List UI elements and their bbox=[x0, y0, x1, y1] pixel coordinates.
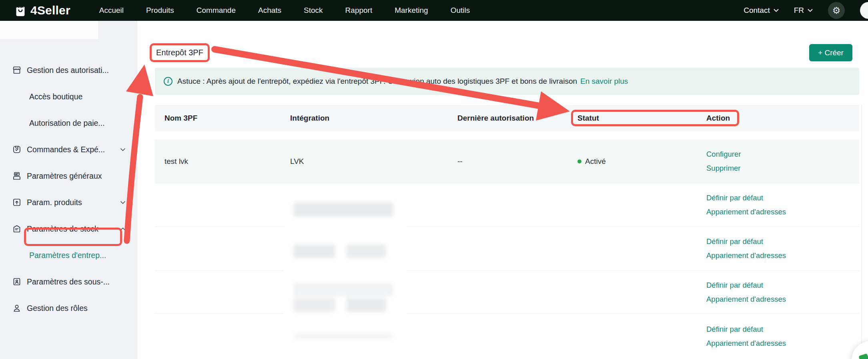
blurred-text-block bbox=[346, 244, 386, 258]
address-mapping-link[interactable]: Appariement d'adresses bbox=[706, 295, 786, 304]
cell-nom-3pf: test lvk bbox=[164, 157, 290, 166]
status-badge: Activé bbox=[577, 157, 706, 166]
info-icon: i bbox=[164, 77, 172, 86]
sidebar-item-parametres-generaux[interactable]: Paramètres généraux bbox=[0, 163, 137, 189]
nav-right-cluster: Contact FR ⚙ bbox=[744, 2, 865, 19]
blurred-text-block bbox=[293, 333, 393, 339]
sidebar-item-autorisation-paiement[interactable]: Autorisation de paie... bbox=[0, 110, 137, 136]
sidebar-item-commandes-expeditions[interactable]: Commandes & Expé... bbox=[0, 136, 137, 163]
top-navigation-bar: 4Seller Accueil Produits Commande Achats… bbox=[0, 0, 868, 21]
sidebar-item-label: Gestion des autorisati... bbox=[27, 66, 109, 75]
avatar[interactable] bbox=[860, 2, 868, 19]
cell-integration: LVK bbox=[290, 157, 457, 166]
table-row: Définir par défaut Appariement d'adresse… bbox=[155, 183, 859, 226]
page-title: Entrepôt 3PF bbox=[150, 43, 210, 62]
nav-item-accueil[interactable]: Accueil bbox=[99, 6, 124, 15]
contact-label: Contact bbox=[744, 6, 770, 15]
set-default-link[interactable]: Définir par défaut bbox=[706, 325, 763, 334]
create-button[interactable]: + Créer bbox=[809, 44, 852, 61]
address-mapping-link[interactable]: Appariement d'adresses bbox=[706, 208, 786, 216]
nav-item-outils[interactable]: Outils bbox=[451, 6, 470, 15]
sidebar-item-label: Paramètres des sous-... bbox=[27, 277, 110, 286]
nav-item-achats[interactable]: Achats bbox=[258, 6, 281, 15]
sidebar-item-parametres-sous-comptes[interactable]: Paramètres des sous-... bbox=[0, 268, 137, 295]
blurred-text-block bbox=[293, 298, 335, 312]
nav-menu: Accueil Produits Commande Achats Stock R… bbox=[99, 6, 470, 15]
box-arrow-up-icon bbox=[12, 198, 22, 207]
learn-more-link[interactable]: En savoir plus bbox=[580, 77, 628, 86]
brand-logo[interactable]: 4Seller bbox=[14, 4, 70, 17]
status-label: Activé bbox=[585, 157, 606, 166]
chevron-down-icon bbox=[120, 148, 126, 151]
table-row: Définir par défaut Appariement d'adresse… bbox=[155, 226, 859, 270]
shopping-bag-logo-icon bbox=[14, 4, 26, 17]
package-check-icon bbox=[12, 145, 22, 154]
set-default-link[interactable]: Définir par défaut bbox=[706, 194, 763, 202]
cell-action: Définir par défaut Appariement d'adresse… bbox=[706, 194, 859, 216]
settings-button[interactable]: ⚙ bbox=[828, 2, 845, 19]
table-row: Définir par défaut Appariement d'adresse… bbox=[155, 270, 859, 313]
chevron-down-icon bbox=[774, 9, 779, 12]
column-header-derniere-autorisation: Dernière autorisation bbox=[457, 114, 577, 123]
nav-item-produits[interactable]: Produits bbox=[146, 6, 174, 15]
nav-item-stock[interactable]: Stock bbox=[304, 6, 323, 15]
configure-link[interactable]: Configurer bbox=[706, 150, 741, 159]
sidebar-item-gestion-roles[interactable]: Gestion des rôles bbox=[0, 295, 137, 321]
sidebar-item-label: Commandes & Expé... bbox=[27, 145, 105, 154]
table-row: test lvk LVK -- Activé Configurer Suppri… bbox=[155, 139, 859, 183]
set-default-link[interactable]: Définir par défaut bbox=[706, 281, 763, 290]
column-header-nom-3pf: Nom 3PF bbox=[164, 114, 290, 123]
table-header: Nom 3PF Intégration Dernière autorisatio… bbox=[155, 105, 859, 131]
nav-item-marketing[interactable]: Marketing bbox=[395, 6, 428, 15]
address-mapping-link[interactable]: Appariement d'adresses bbox=[706, 339, 786, 348]
stock-box-icon bbox=[12, 224, 22, 234]
column-header-action: Action bbox=[706, 114, 859, 123]
annotation-box-sidebar-bg bbox=[0, 21, 98, 39]
blurred-text-block bbox=[293, 244, 335, 258]
sidebar-item-parametres-entrepot[interactable]: Paramètres d'entrep... bbox=[0, 242, 137, 268]
delete-link[interactable]: Supprimer bbox=[706, 164, 740, 173]
sidebar-item-param-produits[interactable]: Param. produits bbox=[0, 189, 137, 216]
blurred-text-block bbox=[293, 283, 393, 296]
address-mapping-link[interactable]: Appariement d'adresses bbox=[706, 251, 786, 260]
sidebar-item-label: Gestion des rôles bbox=[27, 304, 88, 313]
sidebar-item-label: Param. produits bbox=[27, 198, 82, 207]
cell-action: Définir par défaut Appariement d'adresse… bbox=[706, 325, 859, 348]
brand-name: 4Seller bbox=[30, 4, 70, 17]
gear-icon: ⚙ bbox=[832, 6, 841, 15]
table-row: Définir par défaut Appariement d'adresse… bbox=[155, 313, 859, 359]
sidebar-item-label: Paramètres de stock bbox=[27, 224, 98, 234]
set-default-link[interactable]: Définir par défaut bbox=[706, 237, 763, 246]
cell-action: Définir par défaut Appariement d'adresse… bbox=[706, 237, 859, 260]
storefront-icon bbox=[12, 65, 22, 75]
column-header-statut: Statut bbox=[577, 114, 706, 123]
sidebar-item-gestion-autorisations[interactable]: Gestion des autorisati... bbox=[0, 57, 137, 83]
contact-dropdown[interactable]: Contact bbox=[744, 6, 778, 15]
sidebar-item-parametres-stock[interactable]: Paramètres de stock bbox=[0, 216, 137, 242]
sidebar: Gestion des autorisati... Accès boutique… bbox=[0, 21, 137, 359]
redacted-region bbox=[284, 195, 406, 340]
blurred-text-block bbox=[293, 202, 393, 217]
sidebar-item-label: Accès boutique bbox=[29, 92, 82, 101]
nav-item-rapport[interactable]: Rapport bbox=[345, 6, 373, 15]
cell-derniere-autorisation: -- bbox=[457, 157, 577, 166]
cell-action: Définir par défaut Appariement d'adresse… bbox=[706, 281, 859, 304]
sidebar-item-label: Paramètres d'entrep... bbox=[29, 251, 106, 260]
sidebar-item-label: Autorisation de paie... bbox=[29, 119, 105, 128]
blurred-text-block bbox=[346, 298, 386, 312]
user-icon bbox=[12, 303, 22, 313]
sidebar-menu: Gestion des autorisati... Accès boutique… bbox=[0, 39, 137, 321]
cell-action: Configurer Supprimer bbox=[706, 150, 859, 173]
table-right-edge-divider bbox=[861, 105, 862, 359]
nav-item-commande[interactable]: Commande bbox=[196, 6, 236, 15]
status-active-dot-icon bbox=[577, 159, 581, 163]
table-body: test lvk LVK -- Activé Configurer Suppri… bbox=[155, 139, 859, 359]
tip-banner-text: Astuce : Après ajout de l'entrepôt, expé… bbox=[177, 77, 577, 86]
page-root: { "nav": { "brand": "4Seller", "items": … bbox=[0, 0, 868, 359]
chevron-up-icon bbox=[120, 227, 126, 231]
language-dropdown[interactable]: FR bbox=[794, 6, 813, 15]
id-card-icon bbox=[12, 277, 22, 286]
main-content: Entrepôt 3PF + Créer i Astuce : Après aj… bbox=[137, 21, 868, 359]
sidebar-item-acces-boutique[interactable]: Accès boutique bbox=[0, 83, 137, 110]
chevron-down-icon bbox=[808, 9, 813, 12]
